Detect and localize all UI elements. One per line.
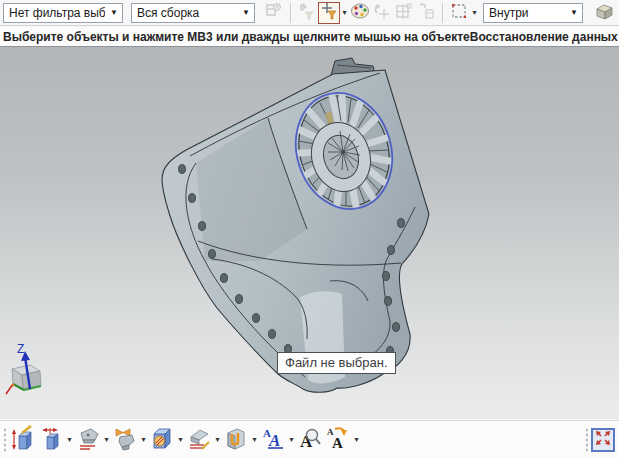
object-display-button[interactable] xyxy=(349,2,371,24)
move-object-button[interactable] xyxy=(371,2,393,24)
rectangle-select-button[interactable] xyxy=(448,2,470,24)
unfold-view-icon xyxy=(223,425,249,454)
cue-status-bar: Выберите объекты и нажмите МВ3 или дважд… xyxy=(0,27,619,47)
within-mode-value: Внутри xyxy=(489,6,565,20)
extrude-direction-icon xyxy=(38,425,64,454)
toolbar-drag-handle[interactable] xyxy=(584,427,589,453)
annotation-toolbar: ▾ ▾ ▾ ▾ ▾ ▾ AA ▾ A xyxy=(0,420,619,458)
chevron-down-icon[interactable]: ▾ xyxy=(470,8,479,17)
snap-point-filter-button[interactable] xyxy=(318,2,340,24)
chevron-down-icon[interactable]: ▼ xyxy=(568,8,580,17)
unfold-view-button[interactable] xyxy=(223,427,249,453)
undo-filter-icon xyxy=(298,2,316,23)
triad-z-label: Z xyxy=(17,342,24,356)
point-filter-icon xyxy=(320,2,338,23)
datum-annotation-button[interactable] xyxy=(75,427,101,453)
toolbar-separator xyxy=(442,3,443,23)
chevron-down-icon[interactable]: ▾ xyxy=(102,435,111,444)
fit-view-icon xyxy=(595,430,611,449)
solid-box-icon xyxy=(593,1,615,24)
assembly-constraints-icon xyxy=(265,2,283,23)
constraints-filter-icon xyxy=(417,2,435,23)
within-mode-dropdown[interactable]: Внутри ▼ xyxy=(483,3,583,23)
chevron-down-icon[interactable]: ▾ xyxy=(139,435,148,444)
replace-text-icon: AA xyxy=(325,425,351,454)
status-message-text: Восстановление данных сбр xyxy=(470,30,619,44)
tooltip: Файл не выбран. xyxy=(277,352,396,374)
section-view-button[interactable] xyxy=(149,427,175,453)
move-object-icon xyxy=(373,2,391,23)
assembly-constraints-button[interactable] xyxy=(263,2,285,24)
fit-view-button[interactable] xyxy=(591,428,615,452)
reposition-button[interactable] xyxy=(393,2,415,24)
toolbar-separator xyxy=(290,3,291,23)
chevron-down-icon[interactable]: ▾ xyxy=(65,435,74,444)
extrude-direction-button[interactable] xyxy=(38,427,64,453)
chevron-down-icon[interactable]: ▾ xyxy=(213,435,222,444)
search-text-icon: A xyxy=(297,425,323,454)
find-annotation-button[interactable]: A xyxy=(297,427,323,453)
toolbar-drag-handle[interactable] xyxy=(2,427,7,453)
view-triad: Z xyxy=(6,342,41,394)
selection-rectangle-icon xyxy=(450,2,468,23)
graphics-viewport[interactable]: Z Файл не выбран. xyxy=(0,47,619,419)
section-view-icon xyxy=(149,425,175,454)
selection-filter-value: Нет фильтра выбора xyxy=(9,6,105,20)
chevron-down-icon[interactable]: ▾ xyxy=(287,435,296,444)
dimension-icon xyxy=(10,425,36,454)
chevron-down-icon[interactable]: ▾ xyxy=(352,435,361,444)
constraint-symbol-button[interactable] xyxy=(112,427,138,453)
shaded-view-button[interactable] xyxy=(593,2,615,24)
show-constraints-button[interactable] xyxy=(415,2,437,24)
constraint-symbol-icon xyxy=(112,425,138,454)
replace-text-button[interactable]: AA xyxy=(325,427,351,453)
reposition-icon xyxy=(395,2,413,23)
reset-filter-button[interactable] xyxy=(296,2,318,24)
chevron-down-icon[interactable]: ▾ xyxy=(176,435,185,444)
text-style-icon: AA xyxy=(260,425,286,454)
datum-annotation-icon xyxy=(75,425,101,454)
selection-filter-dropdown[interactable]: Нет фильтра выбора ▼ xyxy=(3,3,123,23)
eraser-icon xyxy=(186,425,212,454)
palette-icon xyxy=(350,2,370,23)
chevron-down-icon[interactable]: ▼ xyxy=(108,8,120,17)
edit-annotation-button[interactable] xyxy=(186,427,212,453)
chevron-down-icon[interactable]: ▾ xyxy=(250,435,259,444)
svg-text:A: A xyxy=(268,431,280,450)
svg-text:A: A xyxy=(332,435,343,451)
chevron-down-icon[interactable]: ▾ xyxy=(340,8,349,17)
chevron-down-icon[interactable]: ▼ xyxy=(240,8,252,17)
selection-scope-value: Вся сборка xyxy=(137,6,237,20)
dimension-button[interactable] xyxy=(10,427,36,453)
text-style-button[interactable]: AA xyxy=(260,427,286,453)
cue-prompt-text: Выберите объекты и нажмите МВ3 или дважд… xyxy=(0,30,470,44)
selection-scope-dropdown[interactable]: Вся сборка ▼ xyxy=(131,3,255,23)
selection-toolbar: Нет фильтра выбора ▼ Вся сборка ▼ ▾ xyxy=(0,0,619,26)
